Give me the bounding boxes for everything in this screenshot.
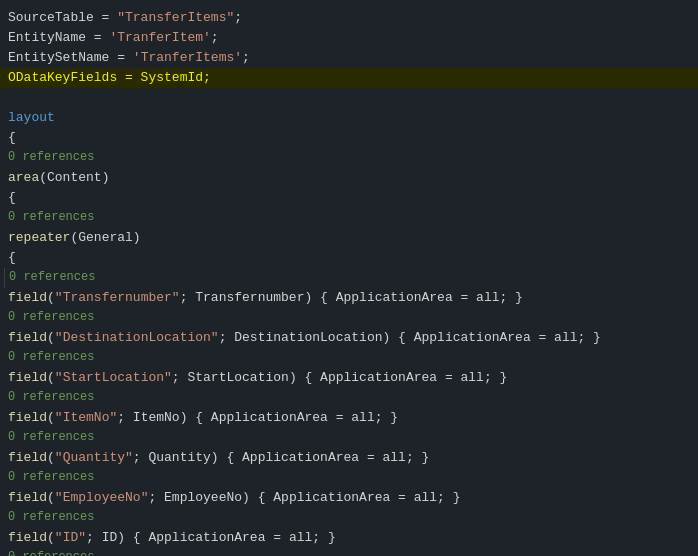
line-brace-area: { — [0, 188, 698, 208]
line-blank — [0, 88, 698, 108]
line-field7: field("ID"; ID) { ApplicationArea = all;… — [0, 528, 698, 548]
line-ref-field8: 0 references — [0, 548, 698, 556]
line-layout: layout — [0, 108, 698, 128]
line-field6: field("EmployeeNo"; EmployeeNo) { Applic… — [0, 488, 698, 508]
line-ref-field4: 0 references — [0, 388, 698, 408]
line-ref-field2: 0 references — [0, 308, 698, 328]
line-field4: field("ItemNo"; ItemNo) { ApplicationAre… — [0, 408, 698, 428]
line-repeater: repeater(General) — [0, 228, 698, 248]
line-brace-layout: { — [0, 128, 698, 148]
line-entitysetname: EntitySetName = 'TranferItems'; — [0, 48, 698, 68]
line-sourcetable: SourceTable = "TransferItems"; — [0, 8, 698, 28]
line-entityname: EntityName = 'TranferItem'; — [0, 28, 698, 48]
line-ref-field1: 0 references — [0, 268, 698, 288]
line-odatakeyfields: ODataKeyFields = SystemId; — [0, 68, 698, 88]
line-ref-repeater: 0 references — [0, 208, 698, 228]
line-ref-field5: 0 references — [0, 428, 698, 448]
line-ref-field7: 0 references — [0, 508, 698, 528]
line-area: area(Content) — [0, 168, 698, 188]
line-field5: field("Quantity"; Quantity) { Applicatio… — [0, 448, 698, 468]
line-ref-field3: 0 references — [0, 348, 698, 368]
line-ref-area: 0 references — [0, 148, 698, 168]
line-field2: field("DestinationLocation"; Destination… — [0, 328, 698, 348]
line-field1: field("Transfernumber"; Transfernumber) … — [0, 288, 698, 308]
line-brace-repeater: { — [0, 248, 698, 268]
line-ref-field6: 0 references — [0, 468, 698, 488]
line-field3: field("StartLocation"; StartLocation) { … — [0, 368, 698, 388]
code-editor: SourceTable = "TransferItems"; EntityNam… — [0, 0, 698, 556]
